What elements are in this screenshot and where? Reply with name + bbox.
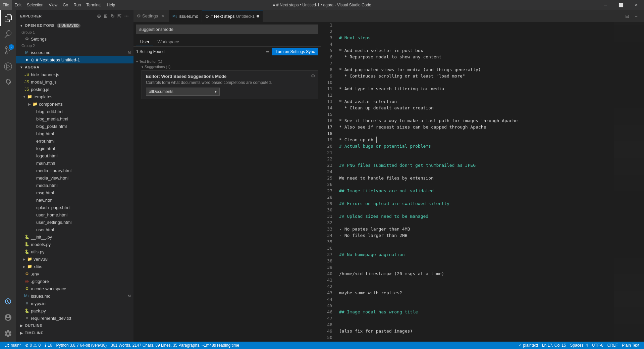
status-plaintext-check[interactable]: ✓ plaintext — [517, 342, 540, 349]
editor-line-10[interactable] — [339, 92, 614, 98]
editor-line-38[interactable]: /home/<id_timestamp> (20 msgs at a time) — [339, 270, 614, 277]
close-button[interactable]: ✕ — [629, 0, 644, 10]
new-file-icon[interactable]: ⊕ — [96, 13, 102, 19]
folder-components[interactable]: ▶ 📁 components — [16, 100, 133, 108]
settings-tab[interactable]: ⚙ Settings ✕ — [133, 10, 169, 22]
editor-line-25[interactable]: ## Image filetypes are not validated — [339, 188, 614, 194]
file-login[interactable]: login.html — [16, 145, 133, 152]
editor-line-1[interactable]: # Next steps — [339, 35, 614, 41]
settings-tab-close[interactable]: ✕ — [160, 13, 165, 19]
outline-header[interactable]: ▶ Outline — [16, 322, 133, 329]
new-folder-icon[interactable]: ⊞ — [103, 13, 109, 19]
editor-line-16[interactable] — [339, 130, 614, 137]
file-blog-edit[interactable]: blog_edit.html — [16, 108, 133, 115]
status-info-count[interactable]: ℹ 16 — [43, 342, 54, 349]
file-modal-img[interactable]: JS modal_img.js — [16, 78, 133, 86]
file-models[interactable]: 🐍 models.py — [16, 241, 133, 248]
settings-workspace-tab[interactable]: Workspace — [153, 38, 183, 46]
file-hide-banner[interactable]: JS hide_banner.js — [16, 71, 133, 78]
editor-line-48[interactable] — [339, 334, 614, 341]
menu-selection[interactable]: Selection — [24, 0, 46, 10]
file-blog-posts[interactable]: blog_posts.html — [16, 122, 133, 130]
file-logout[interactable]: logout.html — [16, 152, 133, 159]
file-error[interactable]: error.html — [16, 137, 133, 145]
file-new[interactable]: new.html — [16, 196, 133, 204]
refresh-icon[interactable]: ↻ — [110, 13, 116, 19]
status-spaces[interactable]: Spaces: 4 — [568, 342, 590, 349]
file-workspace[interactable]: ⚙ a.code-workspace — [16, 285, 133, 292]
nextsteps-tab[interactable]: ⊙ # Next steps Untitled-1 — [202, 10, 263, 22]
settings-section-toggle[interactable]: ▾ Text Editor (1) — [136, 59, 318, 63]
editor-line-40[interactable] — [339, 283, 614, 290]
editor-line-28[interactable] — [339, 207, 614, 213]
issues-tab[interactable]: M↓ issues.md — [169, 10, 202, 22]
file-splash[interactable]: splash_page.html — [16, 204, 133, 211]
editor-line-46[interactable] — [339, 321, 614, 328]
editor-line-21[interactable]: ## PNG files submitted don't get thumbna… — [339, 162, 614, 168]
menu-help[interactable]: Help — [104, 0, 118, 10]
editor-line-20[interactable] — [339, 156, 614, 162]
file-user[interactable]: user.html — [16, 226, 133, 233]
file-media-view[interactable]: media_view.html — [16, 174, 133, 182]
editor-scroll-area[interactable]: # Next steps* Add media selector in post… — [336, 22, 614, 342]
activity-run[interactable] — [0, 58, 16, 74]
editor-line-42[interactable] — [339, 296, 614, 302]
activity-account[interactable] — [0, 309, 16, 326]
settings-user-tab[interactable]: User — [136, 38, 153, 46]
editor-line-36[interactable] — [339, 258, 614, 264]
menu-view[interactable]: View — [46, 0, 60, 10]
status-branch[interactable]: ⎇ main* — [3, 342, 23, 349]
status-position[interactable]: Ln 17, Col 15 — [540, 342, 568, 349]
file-main[interactable]: main.html — [16, 159, 133, 167]
file-env[interactable]: ⚙ .env — [16, 270, 133, 278]
editor-line-35[interactable]: ## No homepage pagination — [339, 251, 614, 258]
menu-file[interactable]: File — [0, 0, 12, 10]
editor-line-45[interactable] — [339, 315, 614, 321]
settings-sync-button[interactable]: Turn on Settings Sync — [272, 48, 318, 55]
file-requirements[interactable]: ≡ requirements_dev.txt — [16, 314, 133, 322]
activity-search[interactable] — [0, 26, 16, 42]
editor-line-34[interactable] — [339, 245, 614, 251]
editor-line-12[interactable]: * Clean up default avatar creation — [339, 105, 614, 111]
menu-go[interactable]: Go — [60, 0, 71, 10]
editor-line-37[interactable] — [339, 264, 614, 270]
editor-line-18[interactable]: # Actual bugs or potential problems◆db_c… — [339, 143, 614, 149]
collapse-all-icon[interactable]: ⇱ — [117, 13, 122, 19]
minimize-button[interactable]: ─ — [598, 0, 613, 10]
file-blog[interactable]: blog.html — [16, 130, 133, 137]
editor-line-15[interactable]: * Also see if request sizes can be cappe… — [339, 124, 614, 130]
file-init[interactable]: 🐍 __init__.py — [16, 233, 133, 241]
editor-line-4[interactable]: * Repurpose modal to show any content — [339, 54, 614, 60]
open-editor-nextsteps[interactable]: ● ⊙ # Next steps Untitled-1 — [16, 56, 133, 63]
file-gitignore[interactable]: ◎ .gitignore — [16, 278, 133, 285]
folder-xlibs[interactable]: ▶ 📁 xlibs — [16, 263, 133, 270]
status-errors[interactable]: ⊗ 0 ⚠ 0 — [23, 342, 43, 349]
editor-line-8[interactable] — [339, 79, 614, 86]
editor-line-26[interactable] — [339, 194, 614, 200]
file-msg[interactable]: msg.html — [16, 189, 133, 196]
timeline-header[interactable]: ▶ Timeline — [16, 329, 133, 337]
status-encoding[interactable]: UTF-8 — [590, 342, 605, 349]
settings-filter-icon[interactable]: ☰ — [266, 49, 269, 54]
editor-line-31[interactable]: - No pastes larger than 4MB — [339, 226, 614, 232]
editor-line-7[interactable]: * Continuous scrolling or at least "load… — [339, 73, 614, 79]
activity-source-control[interactable]: 2 — [0, 42, 16, 58]
status-python[interactable]: Python 3.8.7 64-bit (venv38) — [54, 342, 109, 349]
file-user-home[interactable]: user_home.html — [16, 211, 133, 218]
file-issues[interactable]: M↓ issues.md M — [16, 292, 133, 300]
editor-line-29[interactable]: ## Upload sizes need to be managed — [339, 213, 614, 219]
more-actions-button[interactable]: ··· — [632, 11, 641, 21]
activity-settings[interactable] — [0, 326, 16, 342]
folder-venv38[interactable]: ▶ 📁 venv38 — [16, 255, 133, 263]
menu-edit[interactable]: Edit — [12, 0, 24, 10]
editor-line-44[interactable]: ## Image modal has wrong title — [339, 309, 614, 315]
editor-line-5[interactable] — [339, 60, 614, 66]
settings-dropdown[interactable]: allDocuments ▾ — [146, 88, 220, 96]
file-mypy[interactable]: ≡ mypy.ini — [16, 300, 133, 307]
file-posting[interactable]: JS posting.js — [16, 86, 133, 93]
menu-run[interactable]: Run — [71, 0, 84, 10]
editor-line-17[interactable]: * Clean up db_ — [339, 137, 614, 143]
menu-terminal[interactable]: Terminal — [84, 0, 104, 10]
file-blog-media[interactable]: blog_media.html — [16, 115, 133, 122]
activity-extensions[interactable] — [0, 74, 16, 91]
